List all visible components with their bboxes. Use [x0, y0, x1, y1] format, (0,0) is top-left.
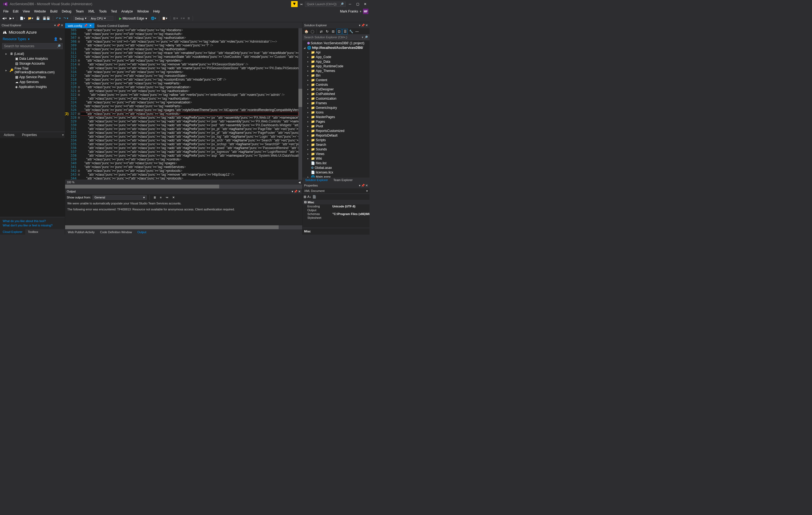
tab-web-config[interactable]: web.config📌✕ — [65, 23, 94, 28]
open-button[interactable]: 📂▾ — [27, 16, 34, 21]
solution-item[interactable]: ◢🌐http://localhost/AccServicesDB6/ — [302, 45, 370, 50]
panel-dropdown-icon[interactable]: ▾ — [54, 24, 56, 27]
menu-analyze[interactable]: Analyze — [119, 8, 135, 15]
solution-item[interactable]: 📄licenses.licx — [302, 170, 370, 174]
minimize-button[interactable]: ─ — [347, 1, 353, 7]
solution-item[interactable]: ▸📁Wiki — [302, 156, 370, 161]
close-button[interactable]: ✕ — [362, 1, 369, 7]
output-btn-1[interactable]: ≣ — [152, 195, 157, 200]
resource-types-link[interactable]: Resource Types — [3, 37, 26, 41]
feedback-like-link[interactable]: What do you like about this tool? — [3, 219, 62, 223]
property-row[interactable]: Stylesheet — [302, 216, 370, 220]
pin-icon[interactable]: 📌 — [294, 190, 298, 193]
sol-more-button[interactable]: — — [354, 29, 360, 34]
output-btn-2[interactable]: ≡ — [159, 195, 163, 199]
pin-icon[interactable]: 📌 — [84, 24, 88, 27]
azure-tree-item[interactable]: ☁App Services — [0, 80, 65, 84]
output-btn-3[interactable]: ≔ — [165, 195, 170, 200]
code-editor[interactable]: (2) 305306307308309310311312313314315316… — [65, 28, 302, 180]
solution-item[interactable]: ▸📁Customization — [302, 96, 370, 101]
solution-item[interactable]: ▸📁Sounds — [302, 147, 370, 152]
nav-back-button[interactable]: ◀ ▾ — [1, 16, 8, 21]
config-combo[interactable]: Debug▾ — [73, 16, 88, 21]
solution-item[interactable]: ▸🌐Main.aspx — [302, 174, 370, 178]
solution-explorer-tab[interactable]: Solution Explorer — [302, 178, 331, 183]
solution-item[interactable]: ▸📁GenericInquiry — [302, 105, 370, 110]
solution-item[interactable]: ▸📁ReportsCustomized — [302, 128, 370, 133]
toolbox-tab[interactable]: Toolbox — [25, 229, 41, 235]
solution-item[interactable]: ▸📁CstPublished — [302, 91, 370, 96]
solution-item[interactable]: ⚙Global.asax — [302, 165, 370, 170]
solution-item[interactable]: ▸📁Frames — [302, 101, 370, 105]
solution-item[interactable]: ▸📁Pivot — [302, 124, 370, 128]
clear-output-button[interactable]: ✕ — [171, 195, 176, 200]
solution-item[interactable]: ▸📁Search — [302, 142, 370, 147]
menu-file[interactable]: File — [1, 8, 10, 15]
solution-search-input[interactable]: Search Solution Explorer (Ctrl+;)🔍 ▾ — [302, 35, 370, 40]
property-row[interactable]: EncodingUnicode (UTF-8) — [302, 205, 370, 208]
sol-properties-button[interactable]: 🔧 — [348, 29, 354, 34]
code-def-tab[interactable]: Code Definition Window — [97, 230, 135, 234]
props-pages-button[interactable]: 📄 — [312, 195, 316, 199]
solution-item[interactable]: ▸📁Views — [302, 152, 370, 156]
sol-home-button[interactable]: 🏠 — [303, 29, 309, 34]
property-row[interactable]: Schemas"C:\Program Files (x86)\Micr — [302, 212, 370, 216]
properties-tab[interactable]: Properties — [18, 132, 41, 138]
platform-combo[interactable]: Any CPU▾ — [89, 16, 113, 21]
browser-select[interactable]: 🌐▾ — [150, 16, 157, 21]
azure-tree-item[interactable]: ▸🖥(Local) — [0, 51, 65, 56]
azure-tree-item[interactable]: ▸🔑Free Trial (MFranks@acumatica.com) — [0, 66, 65, 75]
azure-tree-item[interactable]: ◈Application Insights — [0, 84, 65, 89]
feedback-icon[interactable]: ⫘ — [299, 2, 304, 6]
sol-back-button[interactable]: ◯ — [310, 29, 315, 34]
menu-view[interactable]: View — [21, 8, 32, 15]
sol-showall-button[interactable]: ⊡ — [337, 29, 342, 34]
account-icon[interactable]: 👤 — [54, 37, 58, 41]
azure-tree-item[interactable]: ▦App Service Plans — [0, 75, 65, 80]
zoom-level[interactable]: 100 % — [67, 181, 74, 184]
new-project-button[interactable]: 📄▾ — [19, 16, 26, 21]
tb-misc-4[interactable]: ≣ — [186, 16, 191, 21]
solution-item[interactable]: 📄files.list — [302, 161, 370, 165]
menu-edit[interactable]: Edit — [10, 8, 21, 15]
actions-tab[interactable]: Actions — [0, 132, 18, 138]
properties-object-type[interactable]: XML Document▾ — [302, 188, 370, 194]
solution-item[interactable]: ▸📁App_RuntimeCode — [302, 64, 370, 69]
azure-tree-item[interactable]: ▣Data Lake Analytics — [0, 56, 65, 61]
save-all-button[interactable]: 💾💾 — [41, 16, 51, 21]
solution-item[interactable]: ▸📁Controls — [302, 82, 370, 87]
props-category-misc[interactable]: ⊟Misc — [302, 200, 370, 205]
menu-build[interactable]: Build — [48, 8, 60, 15]
sol-sync-button[interactable]: ⇄ — [319, 29, 324, 34]
close-tab-icon[interactable]: ✕ — [89, 24, 92, 27]
menu-team[interactable]: Team — [74, 8, 86, 15]
start-debug-button[interactable]: ▶Microsoft Edge▾ — [117, 16, 149, 21]
editor-vscroll[interactable] — [298, 28, 302, 180]
output-text[interactable]: We were unable to automatically populate… — [65, 200, 302, 225]
output-tab[interactable]: Output — [135, 230, 149, 234]
close-panel-icon[interactable]: ✕ — [366, 24, 368, 27]
solution-item[interactable]: ▸📁Pages — [302, 119, 370, 124]
property-row[interactable]: Output — [302, 208, 370, 212]
menu-website[interactable]: Website — [32, 8, 48, 15]
sol-refresh-button[interactable]: ↻ — [324, 29, 330, 34]
solution-item[interactable]: ▸📁ReportsDefault — [302, 133, 370, 138]
menu-test[interactable]: Test — [109, 8, 119, 15]
nav-fwd-button[interactable]: ▶ ▾ — [8, 16, 15, 21]
pin-icon[interactable]: 📌 — [56, 24, 60, 27]
sol-preview-button[interactable]: ☰ — [342, 29, 348, 34]
solution-item[interactable]: ▸📁CstDesigner — [302, 87, 370, 91]
azure-tree-item[interactable]: ▤Storage Accounts — [0, 61, 65, 66]
undo-button[interactable]: ↶ ▾ — [55, 16, 62, 21]
menu-window[interactable]: Window — [135, 8, 151, 15]
tb-misc-1[interactable]: 📋▾ — [161, 16, 169, 21]
pin-icon[interactable]: 📌 — [361, 24, 365, 27]
feedback-dislike-link[interactable]: What don't you like or feel is missing? — [3, 223, 62, 227]
pin-icon[interactable]: 📌 — [361, 184, 365, 187]
solution-item[interactable]: ▸📁App_Data — [302, 59, 370, 64]
refresh-icon[interactable]: ↻ — [59, 37, 62, 41]
azure-search-input[interactable]: Search for resources🔍 — [2, 43, 63, 49]
menu-xml[interactable]: XML — [86, 8, 97, 15]
solution-item[interactable]: ▸📁Bin — [302, 73, 370, 78]
solution-item[interactable]: ▸📁Scripts — [302, 138, 370, 142]
